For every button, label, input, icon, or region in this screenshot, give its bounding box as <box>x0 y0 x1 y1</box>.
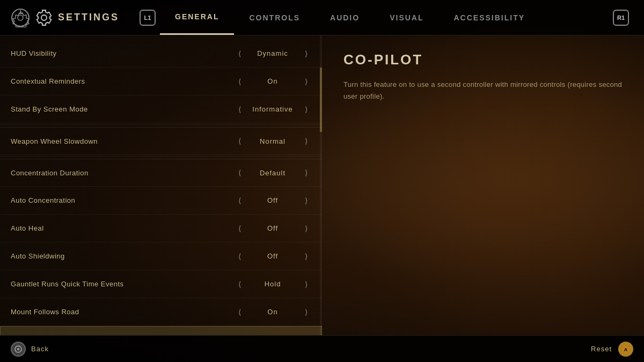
arrow-left-concentration-duration[interactable]: ⟨ <box>234 167 245 178</box>
reset-icon: A <box>618 342 633 357</box>
svg-text:A: A <box>624 347 628 352</box>
arrow-left-contextual-reminders[interactable]: ⟨ <box>234 76 245 87</box>
arrow-left-auto-shieldwing[interactable]: ⟨ <box>234 251 245 262</box>
setting-value-auto-heal: Off <box>251 224 294 232</box>
settings-list: HUD Visibility ⟨ Dynamic ⟩ Contextual Re… <box>0 35 322 335</box>
separator <box>0 124 322 125</box>
back-icon <box>11 342 26 357</box>
nav-btn-l1[interactable]: L1 <box>140 10 156 26</box>
separator <box>0 156 322 157</box>
setting-row-co-pilot[interactable]: Co-Pilot ⟨ Off ⟩ <box>0 326 322 335</box>
setting-controls-mount-follows-road: ⟨ On ⟩ <box>234 307 311 317</box>
setting-row-mount-follows-road[interactable]: Mount Follows Road ⟨ On ⟩ <box>0 298 322 326</box>
tab-accessibility[interactable]: ACCESSIBILITY <box>439 0 540 35</box>
setting-value-stand-by-screen-mode: Informative <box>251 105 294 113</box>
top-navigation: SETTINGS L1 GENERAL CONTROLS AUDIO VISUA… <box>0 0 644 35</box>
arrow-right-stand-by-screen-mode[interactable]: ⟩ <box>301 104 311 115</box>
svg-point-2 <box>41 15 47 20</box>
arrow-right-weapon-wheel-slowdown[interactable]: ⟩ <box>301 136 311 146</box>
back-button[interactable]: Back <box>11 342 49 357</box>
svg-point-1 <box>18 15 23 20</box>
arrow-left-hud-visibility[interactable]: ⟨ <box>234 48 245 59</box>
setting-name-stand-by-screen-mode: Stand By Screen Mode <box>11 105 234 113</box>
arrow-right-concentration-duration[interactable]: ⟩ <box>301 167 311 178</box>
tab-audio[interactable]: AUDIO <box>315 0 375 35</box>
arrow-left-mount-follows-road[interactable]: ⟨ <box>234 307 245 317</box>
setting-controls-gauntlet-runs: ⟨ Hold ⟩ <box>234 279 311 290</box>
settings-title: SETTINGS <box>58 12 119 23</box>
setting-name-concentration-duration: Concentration Duration <box>11 169 234 177</box>
setting-controls-contextual-reminders: ⟨ On ⟩ <box>234 76 311 87</box>
arrow-left-auto-concentration[interactable]: ⟨ <box>234 195 245 206</box>
setting-row-concentration-duration[interactable]: Concentration Duration ⟨ Default ⟩ <box>0 159 322 187</box>
setting-row-gauntlet-runs[interactable]: Gauntlet Runs Quick Time Events ⟨ Hold ⟩ <box>0 270 322 298</box>
reset-button[interactable]: Reset A <box>591 342 633 357</box>
setting-name-mount-follows-road: Mount Follows Road <box>11 308 234 316</box>
tab-controls[interactable]: CONTROLS <box>234 0 315 35</box>
settings-panel: HUD Visibility ⟨ Dynamic ⟩ Contextual Re… <box>0 35 322 335</box>
setting-row-auto-shieldwing[interactable]: Auto Shieldwing ⟨ Off ⟩ <box>0 242 322 270</box>
setting-value-concentration-duration: Default <box>251 169 294 177</box>
setting-row-auto-concentration[interactable]: Auto Concentration ⟨ Off ⟩ <box>0 187 322 215</box>
arrow-right-mount-follows-road[interactable]: ⟩ <box>301 307 311 317</box>
detail-description: Turn this feature on to use a second con… <box>343 79 623 102</box>
setting-row-hud-visibility[interactable]: HUD Visibility ⟨ Dynamic ⟩ <box>0 40 322 68</box>
setting-row-auto-heal[interactable]: Auto Heal ⟨ Off ⟩ <box>0 215 322 242</box>
arrow-left-auto-heal[interactable]: ⟨ <box>234 223 245 234</box>
setting-controls-hud-visibility: ⟨ Dynamic ⟩ <box>234 48 311 59</box>
setting-name-auto-shieldwing: Auto Shieldwing <box>11 252 234 260</box>
setting-name-contextual-reminders: Contextual Reminders <box>11 77 234 85</box>
arrow-right-hud-visibility[interactable]: ⟩ <box>301 48 311 59</box>
setting-value-auto-concentration: Off <box>251 196 294 204</box>
setting-value-gauntlet-runs: Hold <box>251 280 294 288</box>
setting-name-hud-visibility: HUD Visibility <box>11 49 234 57</box>
setting-name-auto-concentration: Auto Concentration <box>11 196 234 204</box>
setting-value-auto-shieldwing: Off <box>251 252 294 260</box>
setting-name-auto-heal: Auto Heal <box>11 224 234 232</box>
settings-logo: SETTINGS <box>11 8 119 27</box>
setting-controls-stand-by-screen-mode: ⟨ Informative ⟩ <box>234 104 311 115</box>
setting-value-weapon-wheel-slowdown: Normal <box>251 137 294 145</box>
detail-title: CO-PILOT <box>343 51 623 68</box>
bottom-bar: Back Reset A <box>0 335 644 362</box>
setting-controls-auto-shieldwing: ⟨ Off ⟩ <box>234 251 311 262</box>
arrow-right-auto-heal[interactable]: ⟩ <box>301 223 311 234</box>
setting-controls-auto-concentration: ⟨ Off ⟩ <box>234 195 311 206</box>
setting-value-hud-visibility: Dynamic <box>251 49 294 57</box>
gear-icon-simple <box>35 9 53 26</box>
setting-name-gauntlet-runs: Gauntlet Runs Quick Time Events <box>11 280 234 288</box>
setting-value-mount-follows-road: On <box>251 308 294 316</box>
arrow-left-stand-by-screen-mode[interactable]: ⟨ <box>234 104 245 115</box>
tab-general[interactable]: GENERAL <box>160 0 234 35</box>
arrow-left-gauntlet-runs[interactable]: ⟨ <box>234 279 245 290</box>
nav-btn-r1[interactable]: R1 <box>613 10 629 26</box>
setting-controls-auto-heal: ⟨ Off ⟩ <box>234 223 311 234</box>
setting-name-weapon-wheel-slowdown: Weapon Wheel Slowdown <box>11 137 234 145</box>
setting-controls-weapon-wheel-slowdown: ⟨ Normal ⟩ <box>234 136 311 146</box>
arrow-right-gauntlet-runs[interactable]: ⟩ <box>301 279 311 290</box>
setting-row-stand-by-screen-mode[interactable]: Stand By Screen Mode ⟨ Informative ⟩ <box>0 95 322 123</box>
main-content: HUD Visibility ⟨ Dynamic ⟩ Contextual Re… <box>0 35 644 335</box>
back-label: Back <box>31 345 49 353</box>
arrow-right-auto-shieldwing[interactable]: ⟩ <box>301 251 311 262</box>
svg-point-4 <box>17 348 19 350</box>
arrow-right-auto-concentration[interactable]: ⟩ <box>301 195 311 206</box>
reset-label: Reset <box>591 345 612 353</box>
arrow-right-contextual-reminders[interactable]: ⟩ <box>301 76 311 87</box>
nav-tabs: GENERAL CONTROLS AUDIO VISUAL ACCESSIBIL… <box>160 0 609 35</box>
detail-panel: CO-PILOT Turn this feature on to use a s… <box>322 35 644 335</box>
setting-row-weapon-wheel-slowdown[interactable]: Weapon Wheel Slowdown ⟨ Normal ⟩ <box>0 127 322 155</box>
gear-icon <box>11 8 30 27</box>
arrow-left-weapon-wheel-slowdown[interactable]: ⟨ <box>234 136 245 146</box>
setting-controls-concentration-duration: ⟨ Default ⟩ <box>234 167 311 178</box>
setting-value-contextual-reminders: On <box>251 77 294 85</box>
tab-visual[interactable]: VISUAL <box>375 0 438 35</box>
setting-row-contextual-reminders[interactable]: Contextual Reminders ⟨ On ⟩ <box>0 68 322 95</box>
